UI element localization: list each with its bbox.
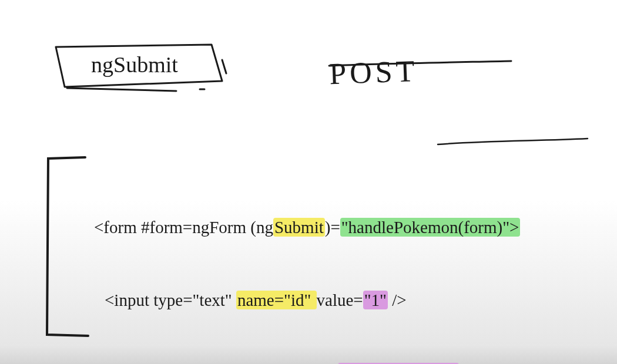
code-bracket (47, 157, 88, 336)
highlight-name-id: name="id" (236, 291, 317, 309)
code-text: /> (388, 291, 407, 309)
code-line-1: <form #form=ngForm (ngSubmit)="handlePok… (94, 215, 520, 240)
highlight-handler: "handlePokemon(form)"> (340, 218, 521, 237)
code-line-2: <input type="text" name="id" value="1" /… (94, 288, 520, 312)
title-ngsubmit: ngSubmit (91, 52, 178, 77)
code-text: )= (325, 218, 340, 237)
highlight-submit: Submit (273, 218, 325, 237)
post-underline (438, 139, 588, 144)
post-label: POST (328, 35, 617, 92)
code-line-3: <input type="text" name="name" value="pi… (94, 360, 520, 364)
highlight-value-1: "1" (363, 291, 388, 309)
code-text: value= (317, 291, 363, 309)
code-text: <form #form=ngForm (ng (94, 218, 273, 237)
code-block: <form #form=ngForm (ngSubmit)="handlePok… (94, 167, 520, 364)
code-text: <input type="text" (105, 291, 236, 309)
